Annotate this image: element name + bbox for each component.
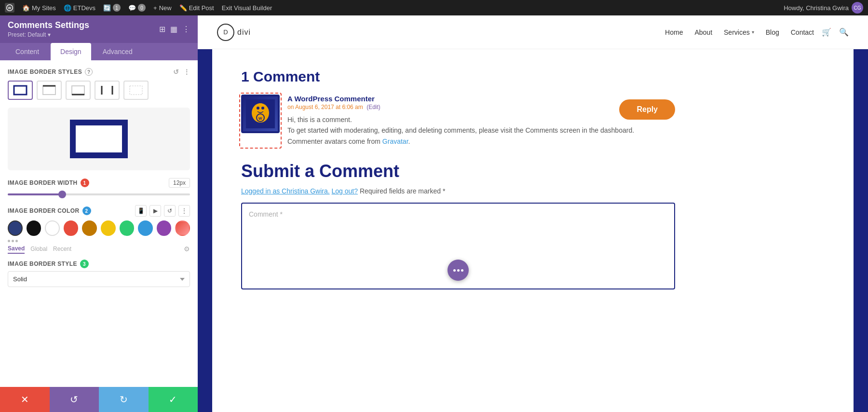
image-border-styles-label: Image Border Styles ? ↺ ⋮ xyxy=(8,68,190,76)
cursor-icon[interactable]: ▶ xyxy=(149,205,161,217)
admin-etdevs[interactable]: 🌐 ETDevs xyxy=(64,4,95,12)
active-color-swatch[interactable] xyxy=(8,220,23,236)
nav-blog[interactable]: Blog xyxy=(766,28,779,36)
color-tab-global[interactable]: Global xyxy=(30,245,47,253)
comment-count-title: 1 Comment xyxy=(241,69,675,85)
svg-text:W: W xyxy=(258,116,262,121)
tab-content[interactable]: Content xyxy=(6,43,49,60)
comment-author: A WordPress Commenter xyxy=(287,95,675,103)
nav-about[interactable]: About xyxy=(694,28,712,36)
site-nav: D divi Home About Services ▾ Blog Contac… xyxy=(198,15,868,49)
reply-button[interactable]: Reply xyxy=(619,99,675,120)
width-slider-fill xyxy=(8,193,62,195)
svg-text:W: W xyxy=(8,6,12,10)
border-style-none[interactable] xyxy=(123,81,149,100)
svg-rect-9 xyxy=(130,86,142,95)
redo-button[interactable]: ↻ xyxy=(99,387,149,412)
dark-sidebar xyxy=(198,49,212,412)
color-tab-settings-icon[interactable]: ⚙ xyxy=(184,245,190,253)
updates-badge: 1 xyxy=(113,4,121,12)
svg-point-12 xyxy=(255,103,266,115)
width-badge: 1 xyxy=(81,179,89,187)
border-style-solid-full[interactable] xyxy=(8,81,33,100)
swatch-red[interactable] xyxy=(64,220,79,236)
swatch-blue[interactable] xyxy=(138,220,153,236)
preview-inner-box xyxy=(70,120,128,158)
tab-design[interactable]: Design xyxy=(51,43,91,60)
nav-extras: 🛒 🔍 xyxy=(822,27,849,37)
color-tabs-row: Saved Global Recent ⚙ xyxy=(8,244,190,254)
svg-rect-5 xyxy=(72,86,84,95)
swatch-white[interactable] xyxy=(45,220,60,236)
swatch-green[interactable] xyxy=(120,220,135,236)
confirm-button[interactable]: ✓ xyxy=(149,387,198,412)
undo-button[interactable]: ↺ xyxy=(50,387,99,412)
wordpress-logo[interactable]: W xyxy=(5,3,14,13)
admin-exit-builder[interactable]: Exit Visual Builder xyxy=(222,4,272,12)
swatch-purple[interactable] xyxy=(157,220,172,236)
admin-edit-post[interactable]: ✏️ Edit Post xyxy=(179,4,214,12)
logged-in-link[interactable]: Logged in as Christina Gwira. xyxy=(241,187,330,195)
help-icon[interactable]: ? xyxy=(85,68,93,76)
nav-items: Home About Services ▾ Blog Contact xyxy=(665,28,814,36)
svg-rect-2 xyxy=(14,86,27,95)
border-style-select[interactable]: Solid Dashed Dotted Double None xyxy=(8,271,190,287)
swatch-black[interactable] xyxy=(27,220,41,236)
border-style-top[interactable] xyxy=(37,81,62,100)
comment-edit-link[interactable]: (Edit) xyxy=(366,104,380,110)
color-reset-icon[interactable]: ↺ xyxy=(164,205,176,217)
services-chevron: ▾ xyxy=(752,29,754,35)
right-dark-sidebar xyxy=(854,49,868,412)
search-icon[interactable]: 🔍 xyxy=(839,27,849,37)
mobile-icon[interactable]: 📱 xyxy=(135,205,147,217)
avatar-image: W xyxy=(243,96,278,131)
comment-textarea-label: Comment * xyxy=(249,210,667,218)
comment-body: A WordPress Commenter on August 6, 2017 … xyxy=(287,95,675,147)
nav-home[interactable]: Home xyxy=(665,28,683,36)
nav-contact[interactable]: Contact xyxy=(791,28,814,36)
cart-icon[interactable]: 🛒 xyxy=(822,27,831,37)
nav-services[interactable]: Services ▾ xyxy=(724,28,754,36)
cancel-button[interactable]: ✕ xyxy=(0,387,50,412)
panel-bottom-bar: ✕ ↺ ↻ ✓ xyxy=(0,387,198,412)
admin-updates[interactable]: 🔄 1 xyxy=(103,4,121,12)
comment-block: W A WordPress Commenter on August 6, 201… xyxy=(241,95,675,147)
reset-icon[interactable]: ↺ xyxy=(173,68,179,76)
border-width-value: 12px xyxy=(169,178,190,188)
comment-textarea-wrap: Comment * xyxy=(241,203,675,289)
floating-menu-button[interactable] xyxy=(448,260,469,281)
comment-meta: on August 6, 2017 at 6:06 am (Edit) xyxy=(287,104,675,110)
panel-more-icon[interactable]: ⋮ xyxy=(182,25,190,34)
tab-advanced[interactable]: Advanced xyxy=(93,43,142,60)
width-slider-thumb[interactable] xyxy=(58,191,66,198)
image-border-style-row: Image Border Style 3 Solid Dashed Dotted… xyxy=(8,260,190,287)
site-logo-text: divi xyxy=(237,28,251,37)
gravatar-link[interactable]: Gravatar xyxy=(382,137,408,145)
logout-link[interactable]: Log out? xyxy=(332,187,358,195)
color-section-header: Image Border Color 2 📱 ▶ ↺ ⋮ xyxy=(8,205,190,217)
swatch-yellow[interactable] xyxy=(101,220,116,236)
border-style-options xyxy=(8,81,190,100)
color-tab-recent[interactable]: Recent xyxy=(53,245,71,253)
admin-my-sites[interactable]: 🏠 My Sites xyxy=(22,4,56,12)
panel-expand-icon[interactable]: ⊞ xyxy=(159,25,165,34)
panel-content: Image Border Styles ? ↺ ⋮ xyxy=(0,60,198,387)
color-tab-saved[interactable]: Saved xyxy=(8,244,25,254)
avatar-container: W xyxy=(241,95,280,147)
page-content-inner: 1 Comment xyxy=(241,69,675,289)
more-options-icon[interactable]: ⋮ xyxy=(183,68,190,76)
floating-menu-dots xyxy=(453,269,463,272)
swatch-custom[interactable] xyxy=(175,220,190,236)
panel-columns-icon[interactable]: ▦ xyxy=(170,25,177,34)
admin-new[interactable]: + New xyxy=(153,4,172,12)
border-style-bottom[interactable] xyxy=(66,81,91,100)
color-icons-row: 📱 ▶ ↺ ⋮ xyxy=(135,205,190,217)
border-style-sides[interactable] xyxy=(95,81,120,100)
color-badge: 2 xyxy=(82,206,91,215)
swatch-orange[interactable] xyxy=(82,220,97,236)
admin-comments[interactable]: 💬 0 xyxy=(128,4,146,12)
image-border-width-label: Image Border Width 1 xyxy=(8,179,89,187)
admin-howdy: Howdy, Christina Gwira CG xyxy=(784,2,863,14)
svg-point-14 xyxy=(261,107,264,110)
color-more-icon[interactable]: ⋮ xyxy=(178,205,190,217)
